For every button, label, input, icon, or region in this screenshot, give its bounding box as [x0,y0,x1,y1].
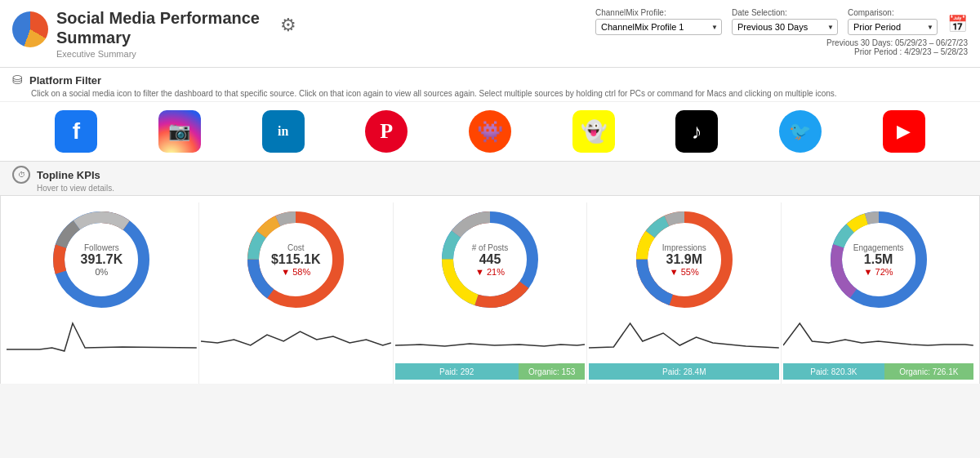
donut-engagements: Engagements 1.5M ▼ 72% [826,207,932,313]
date-label: Date Selection: [732,8,838,17]
kpi-posts-value: 445 [472,252,508,267]
profile-label: ChannelMix Profile: [595,8,722,17]
social-icons-bar: f 📷 in P 👾 👻 ♪ 🐦 ▶ [0,102,980,162]
comparison-control: Comparison: Prior Period ▼ [848,8,938,35]
date-range-info: Previous 30 Days: 05/29/23 – 06/27/23 Pr… [826,38,968,56]
kpi-card-cost: Cost $115.1K ▼ 58% [199,202,394,384]
calendar-button[interactable]: 📅 [947,14,968,33]
topline-title: Topline KPIs [37,169,100,181]
topline-subtitle: Hover to view details. [37,184,968,193]
sparkline-posts [395,317,586,362]
sparkline-engagements [783,317,973,362]
date-select[interactable]: Previous 30 Days [732,19,838,35]
kpi-followers-change: 0% [81,267,123,277]
kpi-card-posts: # of Posts 445 ▼ 21% Paid: 292 Organic: … [394,202,588,384]
kpi-followers-value: 391.7K [81,252,123,267]
kpi-posts-title: # of Posts [472,243,508,252]
page-title: Social Media Performance [56,8,260,28]
date-control: Date Selection: Previous 30 Days ▼ [732,8,838,35]
kpi-impressions-title: Impressions [662,243,706,252]
kpi-cost-value: $115.1K [271,252,321,267]
social-icon-reddit[interactable]: 👾 [469,110,511,153]
header: Social Media Performance Summary Executi… [0,0,980,68]
kpi-cost-change: ▼ 58% [271,267,321,277]
kpi-card-impressions: Impressions 31.9M ▼ 55% Paid: 28.4M [587,202,782,384]
date-range-line1: Previous 30 Days: 05/29/23 – 06/27/23 [826,38,968,47]
paid-bar-posts: Paid: 292 Organic: 153 [395,363,586,380]
filter-description: Click on a social media icon to filter t… [31,89,968,98]
paid-segment-engagements: Paid: 820.3K [783,363,884,380]
date-range-line2: Prior Period : 4/29/23 – 5/28/23 [826,47,968,56]
social-icon-snapchat[interactable]: 👻 [572,110,615,153]
social-icon-youtube[interactable]: ▶ [883,110,925,153]
topline-header-row: ⏱ Topline KPIs [12,166,968,184]
paid-segment-posts: Paid: 292 [395,363,519,380]
paid-bar-engagements: Paid: 820.3K Organic: 726.1K [783,363,973,380]
donut-posts: # of Posts 445 ▼ 21% [437,207,543,313]
profile-control: ChannelMix Profile: ChannelMix Profile 1… [595,8,722,35]
gear-button[interactable]: ⚙ [280,15,296,36]
filter-header-row: ⛁ Platform Filter [12,73,968,87]
kpi-card-engagements: Engagements 1.5M ▼ 72% Paid: 820.3K Orga… [782,202,975,384]
topline-icon: ⏱ [12,166,30,184]
title-block: Social Media Performance Summary Executi… [56,8,260,59]
controls-area: ChannelMix Profile: ChannelMix Profile 1… [595,8,968,56]
donut-impressions: Impressions 31.9M ▼ 55% [631,207,737,313]
date-select-wrapper[interactable]: Previous 30 Days ▼ [732,19,838,35]
page-subtitle: Executive Summary [56,49,260,59]
sparkline-cost [201,317,391,362]
kpi-impressions-change: ▼ 55% [662,267,706,277]
social-icon-tiktok[interactable]: ♪ [675,110,718,153]
kpi-followers-title: Followers [81,243,123,252]
filter-icon: ⛁ [12,73,23,87]
kpi-engagements-change: ▼ 72% [853,267,904,277]
social-icon-facebook[interactable]: f [55,110,97,153]
organic-segment-engagements: Organic: 726.1K [884,363,973,380]
kpi-engagements-value: 1.5M [853,252,904,267]
comparison-label: Comparison: [848,8,938,17]
comparison-select[interactable]: Prior Period [848,19,938,35]
kpi-grid: Followers 391.7K 0% Cost $115.1K ▼ 58% [0,195,980,384]
profile-select[interactable]: ChannelMix Profile 1 [595,19,722,35]
paid-bar-impressions: Paid: 28.4M [589,363,779,380]
kpi-posts-change: ▼ 21% [472,267,508,277]
social-icon-instagram[interactable]: 📷 [158,110,201,153]
controls-row: ChannelMix Profile: ChannelMix Profile 1… [595,8,968,35]
kpi-cost-title: Cost [271,243,321,252]
paid-segment-impressions: Paid: 28.4M [589,363,779,380]
comparison-select-wrapper[interactable]: Prior Period ▼ [848,19,938,35]
social-icon-linkedin[interactable]: in [262,110,305,153]
topline-section: ⏱ Topline KPIs Hover to view details. [0,162,980,195]
organic-segment-posts: Organic: 153 [519,363,585,380]
kpi-engagements-title: Engagements [853,243,904,252]
social-icon-twitter[interactable]: 🐦 [779,110,822,153]
kpi-impressions-value: 31.9M [662,252,706,267]
social-icon-pinterest[interactable]: P [365,110,408,153]
sparkline-impressions [589,317,779,362]
donut-followers: Followers 391.7K 0% [48,207,154,313]
profile-select-wrapper[interactable]: ChannelMix Profile 1 ▼ [595,19,722,35]
logo-circle [12,11,48,47]
filter-title: Platform Filter [29,74,101,87]
donut-cost: Cost $115.1K ▼ 58% [243,207,349,313]
platform-filter-section: ⛁ Platform Filter Click on a social medi… [0,68,980,102]
logo-area: Social Media Performance Summary Executi… [12,8,595,59]
kpi-card-followers: Followers 391.7K 0% [5,202,199,384]
page-title-line2: Summary [56,28,260,47]
sparkline-followers [7,317,197,362]
